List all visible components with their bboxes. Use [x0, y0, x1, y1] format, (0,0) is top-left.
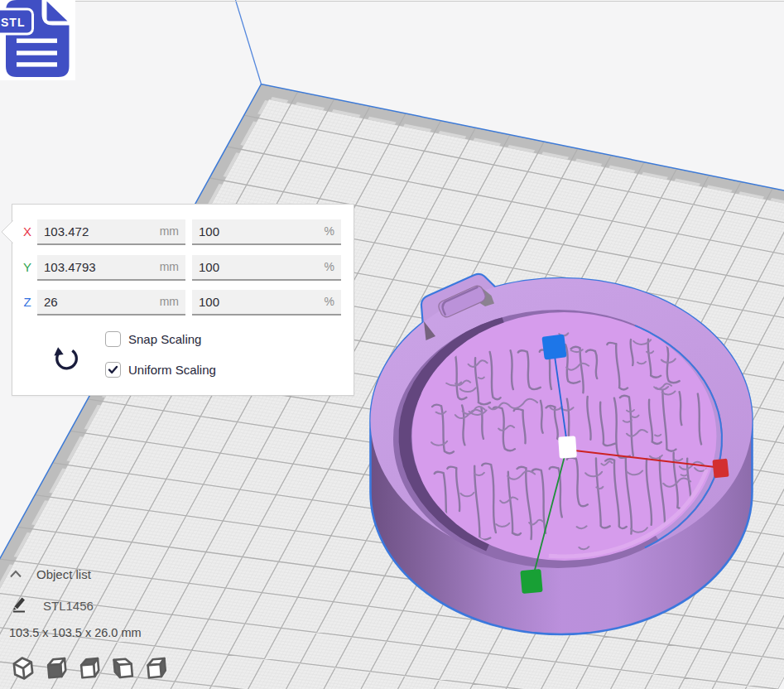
svg-text:STL: STL [1, 16, 25, 29]
